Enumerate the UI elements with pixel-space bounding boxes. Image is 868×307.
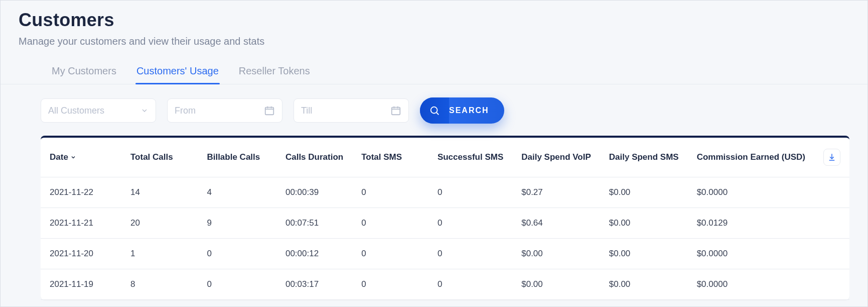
- table-row: 2021-11-201000:00:1200$0.00$0.00$0.0000: [41, 239, 849, 269]
- cell: $0.64: [512, 208, 600, 239]
- svg-line-9: [437, 113, 439, 115]
- cell: $0.0000: [688, 177, 814, 208]
- page-title: Customers: [19, 10, 849, 31]
- cell: $0.0000: [688, 239, 814, 269]
- col-calls-duration[interactable]: Calls Duration: [276, 138, 352, 177]
- cell: 0: [352, 177, 428, 208]
- cell: 00:03:17: [276, 269, 352, 300]
- cell: 0: [428, 177, 512, 208]
- col-total-calls[interactable]: Total Calls: [121, 138, 198, 177]
- customer-select-value: All Customers: [48, 106, 104, 116]
- cell: 8: [121, 269, 198, 300]
- cell: 0: [428, 269, 512, 300]
- download-icon: [827, 153, 836, 162]
- cell: 0: [352, 208, 428, 239]
- page-subtitle: Manage your customers and view their usa…: [19, 36, 849, 47]
- cell: 2021-11-21: [41, 208, 121, 239]
- search-icon-wrap: [420, 97, 449, 124]
- cell: 0: [352, 269, 428, 300]
- cell: 20: [121, 208, 198, 239]
- cell: 2021-11-20: [41, 239, 121, 269]
- usage-table-card: Date Total Calls Billable Calls Calls Du…: [41, 136, 849, 300]
- col-date[interactable]: Date: [41, 138, 121, 177]
- cell: $0.0129: [688, 208, 814, 239]
- cell: [814, 269, 849, 300]
- tab-my-customers[interactable]: My Customers: [51, 62, 117, 84]
- tab-customers-usage[interactable]: Customers' Usage: [135, 62, 220, 84]
- cell: 4: [198, 177, 276, 208]
- col-daily-voip[interactable]: Daily Spend VoIP: [512, 138, 600, 177]
- table-row: 2021-11-198000:03:1700$0.00$0.00$0.0000: [41, 269, 849, 300]
- svg-rect-0: [265, 108, 274, 115]
- usage-table: Date Total Calls Billable Calls Calls Du…: [41, 138, 849, 300]
- cell: 00:00:12: [276, 239, 352, 269]
- cell: $0.00: [512, 269, 600, 300]
- cell: [814, 177, 849, 208]
- svg-rect-4: [392, 108, 400, 115]
- cell: $0.00: [600, 269, 688, 300]
- svg-point-8: [431, 107, 438, 114]
- table-row: 2021-11-2120900:07:5100$0.64$0.00$0.0129: [41, 208, 849, 239]
- search-button[interactable]: SEARCH: [420, 97, 504, 124]
- cell: $0.00: [600, 239, 688, 269]
- tabs: My Customers Customers' Usage Reseller T…: [1, 49, 867, 84]
- table-header-row: Date Total Calls Billable Calls Calls Du…: [41, 138, 849, 177]
- chevron-down-icon: [140, 107, 149, 115]
- cell: 0: [428, 239, 512, 269]
- cell: 9: [198, 208, 276, 239]
- search-icon: [429, 105, 440, 116]
- tab-reseller-tokens[interactable]: Reseller Tokens: [238, 62, 311, 84]
- cell: [814, 208, 849, 239]
- col-total-sms[interactable]: Total SMS: [352, 138, 428, 177]
- cell: 2021-11-22: [41, 177, 121, 208]
- cell: 00:00:39: [276, 177, 352, 208]
- cell: 0: [352, 239, 428, 269]
- calendar-icon: [390, 105, 401, 116]
- cell: [814, 239, 849, 269]
- cell: 0: [198, 269, 276, 300]
- date-from-placeholder: From: [175, 106, 196, 116]
- cell: 0: [428, 208, 512, 239]
- cell: 1: [121, 239, 198, 269]
- search-button-label: SEARCH: [449, 106, 489, 115]
- col-daily-sms[interactable]: Daily Spend SMS: [600, 138, 688, 177]
- cell: $0.00: [512, 239, 600, 269]
- filter-bar: All Customers From Till SEARCH: [41, 97, 849, 124]
- date-till-placeholder: Till: [301, 106, 312, 116]
- cell: $0.27: [512, 177, 600, 208]
- col-commission[interactable]: Commission Earned (USD): [688, 138, 814, 177]
- cell: $0.00: [600, 177, 688, 208]
- date-till-input[interactable]: Till: [294, 98, 409, 123]
- col-billable-calls[interactable]: Billable Calls: [198, 138, 276, 177]
- cell: $0.00: [600, 208, 688, 239]
- table-row: 2021-11-2214400:00:3900$0.27$0.00$0.0000: [41, 177, 849, 208]
- cell: 0: [198, 239, 276, 269]
- col-successful-sms[interactable]: Successful SMS: [428, 138, 512, 177]
- customer-select[interactable]: All Customers: [41, 98, 156, 123]
- download-button[interactable]: [823, 149, 840, 166]
- cell: 00:07:51: [276, 208, 352, 239]
- col-date-label: Date: [50, 152, 68, 162]
- cell: 14: [121, 177, 198, 208]
- sort-desc-icon: [70, 154, 76, 160]
- cell: 2021-11-19: [41, 269, 121, 300]
- date-from-input[interactable]: From: [167, 98, 282, 123]
- calendar-icon: [264, 105, 275, 116]
- cell: $0.0000: [688, 269, 814, 300]
